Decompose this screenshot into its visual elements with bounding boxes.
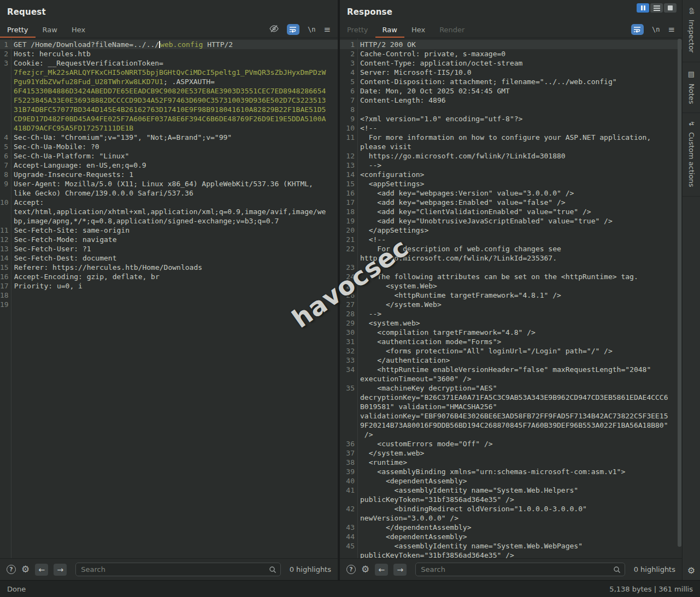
- newline-toggle-icon[interactable]: \n: [652, 26, 660, 33]
- code-text: Sec-Fetch-User: ?1: [11, 244, 91, 253]
- settings-gear-icon[interactable]: ⚙: [683, 565, 700, 576]
- scrollbar-thumb[interactable]: [678, 39, 681, 547]
- tab-response-render[interactable]: Render: [432, 23, 472, 38]
- code-line: 31B74DBFC57077BD344D145E4B26162763D17410…: [0, 105, 338, 114]
- response-search-input[interactable]: [415, 563, 625, 576]
- line-number: 10: [0, 198, 11, 207]
- sidebar-separator: [683, 196, 700, 197]
- code-line: B019581" validation="HMACSHA256": [340, 402, 682, 411]
- code-line: 9User-Agent: Mozilla/5.0 (X11; Linux x86…: [0, 179, 338, 188]
- search-next-button[interactable]: →: [54, 564, 67, 576]
- code-line: 6Sec-Ch-Ua-Platform: "Linux": [0, 151, 338, 161]
- code-line: 38 <runtime>: [340, 458, 682, 467]
- code-text: <compilation targetFramework="4.8" />: [357, 328, 536, 337]
- line-number: 29: [340, 318, 357, 328]
- code-text: <!--: [357, 123, 377, 133]
- code-line: 29 <system.web>: [340, 318, 682, 328]
- editor-menu-icon[interactable]: ≡: [323, 26, 331, 34]
- search-settings-gear-icon[interactable]: ⚙: [21, 565, 30, 574]
- sidebar-item-inspector[interactable]: d8Inspector: [687, 0, 696, 62]
- code-text: The following attributes can be set on t…: [357, 272, 638, 281]
- code-line: 12Sec-Fetch-Mode: navigate: [0, 235, 338, 244]
- code-line: 14Sec-Fetch-Dest: document: [0, 253, 338, 263]
- code-text: http://go.microsoft.com/fwlink/?LinkId=2…: [357, 253, 557, 263]
- rows-layout-button[interactable]: [650, 3, 663, 13]
- sidebar-item-label: Inspector: [687, 20, 696, 53]
- code-line: 30 <compilation targetFramework="4.8" />: [340, 328, 682, 337]
- code-text: <add key="webpages:Version" value="3.0.0…: [357, 188, 574, 198]
- code-text: <appSettings>: [357, 179, 424, 188]
- line-number: [340, 411, 357, 421]
- tab-request-raw[interactable]: Raw: [36, 23, 64, 38]
- help-icon[interactable]: ?: [346, 565, 356, 574]
- code-line: 9F20214B73A80016F9DDB56BD194C268870845F7…: [340, 421, 682, 430]
- code-text: please visit: [357, 142, 411, 151]
- tab-response-raw[interactable]: Raw: [375, 23, 404, 38]
- response-stats: 5,138 bytes | 361 millis: [609, 585, 693, 593]
- line-number: [0, 216, 11, 226]
- response-panel: Response Pretty Raw Hex Render \n ≡: [340, 0, 682, 580]
- sidebar-item-custom-actions[interactable]: ↯Custom actions: [687, 113, 696, 196]
- code-line: 45 <assemblyIdentity name="System.Web.We…: [340, 541, 682, 551]
- line-number: 7: [0, 161, 11, 170]
- code-text: <dependentAssembly>: [357, 476, 467, 486]
- line-number: 17: [340, 198, 357, 207]
- line-number: 14: [0, 253, 11, 263]
- code-line: like Gecko) Chrome/139.0.0.0 Safari/537.…: [0, 188, 338, 198]
- code-line: 10Accept:: [0, 198, 338, 207]
- code-line: 2Cache-Control: private, s-maxage=0: [340, 49, 682, 58]
- line-number: 36: [340, 439, 357, 448]
- stop-button[interactable]: [664, 3, 677, 13]
- line-number: 13: [0, 244, 11, 253]
- code-text: <customErrors mode="Off" />: [357, 439, 493, 448]
- code-text: Priority: u=0, i: [11, 281, 83, 291]
- line-number: [0, 188, 11, 198]
- response-title: Response: [347, 7, 392, 17]
- request-search-input[interactable]: [75, 563, 280, 576]
- response-editor[interactable]: 1HTTP/2 200 OK2Cache-Control: private, s…: [340, 38, 682, 558]
- soft-wrap-toggle-button[interactable]: [287, 24, 299, 35]
- search-settings-gear-icon[interactable]: ⚙: [361, 565, 369, 574]
- pause-button[interactable]: [637, 3, 649, 13]
- newline-toggle-icon[interactable]: \n: [308, 26, 315, 33]
- code-text: validationKey="EBF9076B4E3026BE6E3AD58FB…: [357, 411, 668, 421]
- code-line: 7Accept-Language: en-US,en;q=0.9: [0, 161, 338, 170]
- line-number: 15: [0, 263, 11, 272]
- tab-request-hex[interactable]: Hex: [64, 23, 92, 38]
- code-line: 33 </authentication>: [340, 356, 682, 365]
- code-text: Sec-Ch-Ua-Platform: "Linux": [11, 151, 129, 161]
- code-line: 11 For more information on how to config…: [340, 133, 682, 142]
- code-line: 34 <httpRuntime enableVersionHeader="fal…: [340, 365, 682, 374]
- line-number: 12: [340, 151, 357, 161]
- code-text: Cache-Control: private, s-maxage=0: [357, 49, 505, 58]
- tab-response-pretty[interactable]: Pretty: [340, 23, 375, 38]
- code-line: 8Upgrade-Insecure-Requests: 1: [0, 170, 338, 179]
- code-text: <httpRuntime targetFramework="4.8.1" />: [357, 291, 561, 300]
- sidebar-item-notes[interactable]: ▤Notes: [687, 62, 696, 113]
- request-editor[interactable]: 1GET /Home/Download?fileName=../../web.c…: [0, 38, 338, 558]
- editor-menu-icon[interactable]: ≡: [668, 26, 675, 34]
- code-text: <assemblyIdentity name="System.Web.Helpe…: [357, 486, 578, 495]
- search-prev-button[interactable]: ←: [35, 564, 48, 576]
- line-number: 9: [340, 114, 357, 123]
- eye-off-icon[interactable]: [269, 25, 279, 35]
- help-icon[interactable]: ?: [7, 565, 16, 574]
- code-text: Content-Disposition: attachment; filenam…: [357, 77, 617, 86]
- code-text: <machineKey decryption="AES": [357, 383, 497, 393]
- tab-response-hex[interactable]: Hex: [404, 23, 432, 38]
- code-line: 5Content-Disposition: attachment; filena…: [340, 77, 682, 86]
- code-line: 24 The following attributes can be set o…: [340, 272, 682, 281]
- code-line: 31 <authentication mode="Forms">: [340, 337, 682, 346]
- line-number: 32: [340, 346, 357, 356]
- search-prev-button[interactable]: ←: [375, 564, 388, 576]
- line-number: 23: [340, 263, 357, 272]
- line-number: 39: [340, 467, 357, 476]
- code-line: 42 <bindingRedirect oldVersion="1.0.0.0-…: [340, 504, 682, 513]
- code-line: 9<?xml version="1.0" encoding="utf-8"?>: [340, 114, 682, 123]
- search-next-button[interactable]: →: [393, 564, 407, 576]
- code-text: newVersion="3.0.0.0" />: [357, 513, 458, 523]
- tab-request-pretty[interactable]: Pretty: [0, 23, 36, 38]
- line-number: 41: [340, 486, 357, 495]
- soft-wrap-toggle-button[interactable]: [631, 24, 644, 35]
- line-number: 17: [0, 281, 11, 291]
